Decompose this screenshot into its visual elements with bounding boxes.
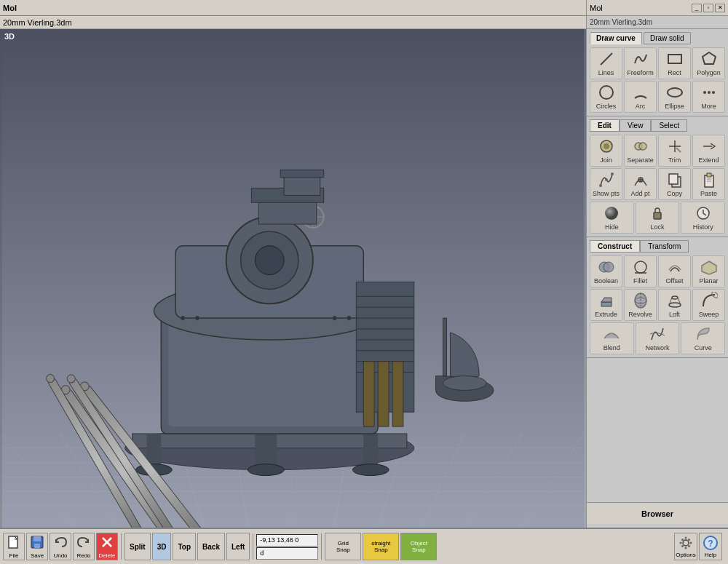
- fillet-tool[interactable]: Fillet: [624, 255, 657, 287]
- sweep-tool[interactable]: Sweep: [692, 289, 725, 321]
- curve-construct-tool[interactable]: Curve: [681, 322, 725, 354]
- planar-tool[interactable]: Planar: [692, 255, 725, 287]
- svg-rect-51: [378, 362, 389, 426]
- view-top-button[interactable]: Top: [173, 533, 196, 560]
- show-pts-tool[interactable]: Show pts: [590, 168, 622, 200]
- paste-tool[interactable]: Paste: [692, 168, 725, 200]
- svg-marker-101: [702, 261, 716, 274]
- boolean-tool[interactable]: Boolean: [590, 255, 622, 287]
- svg-point-126: [681, 545, 684, 547]
- svg-point-77: [639, 143, 646, 150]
- viewport-3d[interactable]: 3D: [0, 29, 586, 528]
- construct-tab[interactable]: Construct: [590, 240, 640, 253]
- freeform-tool[interactable]: Freeform: [624, 47, 657, 79]
- options-button[interactable]: Options: [674, 533, 697, 560]
- browser-label: Browser: [641, 509, 673, 518]
- extend-tool[interactable]: Extend: [692, 135, 725, 167]
- svg-point-59: [443, 376, 486, 391]
- panel-maximize-button[interactable]: ▫: [703, 4, 713, 12]
- revolve-tool[interactable]: Revolve: [624, 289, 657, 321]
- browser-area: Browser: [587, 502, 728, 524]
- svg-point-63: [347, 316, 351, 320]
- svg-point-70: [668, 88, 682, 97]
- freeform-label: Freeform: [627, 69, 654, 76]
- svg-rect-50: [363, 362, 374, 426]
- svg-point-32: [255, 246, 284, 275]
- svg-point-84: [611, 172, 614, 175]
- history-tool[interactable]: History: [681, 202, 725, 234]
- svg-point-25: [352, 464, 389, 476]
- coords-display: -9,13 13,46 0: [256, 534, 318, 547]
- view-tab[interactable]: View: [620, 119, 652, 132]
- join-tool[interactable]: Join: [590, 135, 622, 167]
- draw-curve-tools: Lines Freeform Rect Polygo: [590, 47, 725, 113]
- undo-button[interactable]: Undo: [50, 533, 71, 560]
- panel-minimize-button[interactable]: _: [692, 4, 702, 12]
- draw-solid-tab[interactable]: Draw solid: [644, 32, 691, 44]
- edit-section: Edit View Select Join: [587, 116, 728, 237]
- svg-point-119: [685, 537, 687, 539]
- straight-snap-button[interactable]: straight Snap: [363, 533, 399, 560]
- more-tool[interactable]: More: [692, 81, 725, 113]
- svg-point-73: [712, 91, 715, 94]
- svg-point-71: [703, 91, 706, 94]
- rect-tool[interactable]: Rect: [658, 47, 691, 79]
- file-label: 20mm Vierling.3dm: [587, 16, 728, 29]
- panel-close-button[interactable]: ✕: [715, 4, 725, 12]
- copy-tool[interactable]: Copy: [658, 168, 691, 200]
- svg-rect-91: [707, 173, 711, 177]
- svg-rect-89: [669, 174, 678, 184]
- svg-point-124: [688, 545, 690, 547]
- transform-tab[interactable]: Transform: [640, 240, 689, 253]
- svg-point-125: [688, 539, 690, 541]
- object-snap-button[interactable]: Object Snap: [400, 533, 437, 560]
- view-back-button[interactable]: Back: [197, 533, 225, 560]
- delete-button[interactable]: Delete: [96, 533, 118, 560]
- view-3d-button[interactable]: 3D: [152, 533, 172, 560]
- grid-snap-button[interactable]: Grid Snap: [325, 533, 361, 560]
- svg-point-61: [195, 316, 199, 320]
- trim-tool[interactable]: Trim: [658, 135, 691, 167]
- svg-point-94: [605, 207, 618, 220]
- save-button[interactable]: Save: [26, 533, 48, 560]
- select-tab[interactable]: Select: [651, 119, 687, 132]
- lines-tool[interactable]: Lines: [590, 47, 622, 79]
- right-panel-app-name: Mol: [590, 4, 603, 12]
- extrude-tool[interactable]: Extrude: [590, 289, 622, 321]
- viewport-label: 3D: [4, 32, 15, 41]
- gun-model-svg: [0, 29, 586, 528]
- blend-tool[interactable]: Blend: [590, 322, 634, 354]
- svg-point-72: [708, 91, 711, 94]
- svg-point-75: [604, 143, 609, 149]
- bottom-toolbar: File Save Undo Redo Delete Split 3D: [0, 528, 728, 564]
- help-button[interactable]: ? Help: [699, 533, 722, 560]
- svg-rect-115: [34, 544, 40, 548]
- view-left-button[interactable]: Left: [226, 533, 250, 560]
- svg-point-118: [683, 540, 689, 546]
- ellipse-tool[interactable]: Ellipse: [658, 81, 691, 113]
- separator-2: [253, 533, 253, 560]
- circles-tool[interactable]: Circles: [590, 81, 622, 113]
- svg-rect-95: [654, 213, 661, 219]
- arc-tool[interactable]: Arc: [624, 81, 657, 113]
- network-tool[interactable]: Network: [636, 322, 680, 354]
- edit-tab[interactable]: Edit: [590, 119, 620, 132]
- add-pt-tool[interactable]: Add pt: [624, 168, 657, 200]
- svg-point-83: [605, 178, 608, 181]
- offset-tool[interactable]: Offset: [658, 255, 691, 287]
- app-title: Mol: [3, 4, 687, 12]
- redo-button[interactable]: Redo: [73, 533, 95, 560]
- edit-tools-grid3: Hide Lock: [590, 202, 725, 234]
- loft-tool[interactable]: Loft: [658, 289, 691, 321]
- draw-curve-tab[interactable]: Draw curve: [590, 32, 642, 44]
- lock-tool[interactable]: Lock: [636, 202, 680, 234]
- hide-tool[interactable]: Hide: [590, 202, 634, 234]
- circles-label: Circles: [596, 103, 617, 110]
- split-button[interactable]: Split: [124, 533, 151, 560]
- polygon-tool[interactable]: Polygon: [692, 47, 725, 79]
- separate-tool[interactable]: Separate: [624, 135, 657, 167]
- construct-section: Construct Transform Boolean: [587, 237, 728, 358]
- svg-rect-52: [392, 362, 403, 426]
- new-file-button[interactable]: File: [3, 533, 25, 560]
- construct-tools-grid2: Extrude Revolve: [590, 289, 725, 321]
